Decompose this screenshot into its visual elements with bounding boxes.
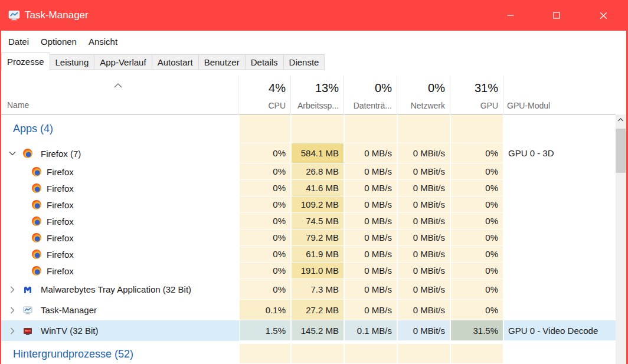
network-cell: 0 MBit/s [398,246,451,263]
menu-item-ansicht[interactable]: Ansicht [83,31,123,53]
process-row[interactable]: Firefox0%74.5 MB0 MB/s0 MBit/s0% [1,213,616,229]
memory-cell: 27.2 MB [292,300,345,320]
chevron-up-icon [617,117,624,122]
tab-details[interactable]: Details [246,54,284,70]
firefox-icon [32,233,41,242]
disk-cell: 0 MB/s [345,263,398,279]
firefox-icon [23,149,32,158]
menu-item-optionen[interactable]: Optionen [35,31,83,53]
process-row[interactable]: WinTVWinTV (32 Bit)1.5%145.2 MB0.1 MB/s0… [1,320,616,341]
memory-cell: 145.2 MB [292,320,345,341]
name-cell: Firefox [1,213,239,229]
tab-app-verlauf[interactable]: App-Verlauf [94,54,152,70]
gpu-engine-cell [504,196,616,213]
malwarebytes-icon [23,285,32,294]
process-name: Firefox (7) [41,149,81,159]
network-cell: 0 MBit/s [398,320,451,341]
scrollbar-up-button[interactable] [616,114,626,124]
memory-cell: 191.0 MB [292,263,345,279]
process-name: Firefox [47,250,74,260]
column-gpu-percent: 31% [475,81,498,95]
network-cell: 0 MBit/s [398,196,451,213]
sort-ascending-icon[interactable] [113,81,123,88]
gpu-engine-cell [504,229,616,246]
firefox-icon [32,217,41,226]
vertical-scrollbar[interactable] [616,114,626,364]
gpu-engine-cell [504,344,616,364]
process-name: Firefox [47,266,74,276]
expander-right-icon[interactable] [8,285,17,294]
tab-leistung[interactable]: Leistung [50,54,95,70]
process-row[interactable]: Firefox0%61.9 MB0 MB/s0 MBit/s0% [1,246,616,263]
expander-right-icon[interactable] [8,326,17,336]
tab-benutzer[interactable]: Benutzer [199,54,246,70]
column-network-label: Netzwerk [411,101,445,110]
minimize-button[interactable] [497,0,524,31]
gpu-engine-cell [504,163,616,180]
name-cell: Firefox (7) [1,143,239,163]
disk-cell: 0 MB/s [345,180,398,196]
cpu-cell: 0% [239,143,292,163]
network-cell: 0 MBit/s [398,300,451,320]
memory-cell: 26.8 MB [292,163,345,180]
group-header-row[interactable]: Hintergrundprozesse (52) [1,344,616,364]
process-row[interactable]: Firefox (7)0%584.1 MB0 MB/s0 MBit/s0%GPU… [1,143,616,163]
column-gpu-label: GPU [480,101,498,110]
memory-cell: 74.5 MB [292,213,345,229]
name-cell: Firefox [1,246,239,263]
memory-cell [292,114,345,143]
process-row[interactable]: Firefox0%79.2 MB0 MB/s0 MBit/s0% [1,229,616,246]
column-network[interactable]: 0%Netzwerk [397,70,450,114]
gpu-cell: 31.5% [451,320,504,341]
column-disk[interactable]: 0%Datenträ... [344,70,397,114]
task-manager-window: Task-Manager DateiOptionenAnsicht Prozes… [0,0,628,364]
gpu-engine-cell [504,114,616,143]
disk-cell: 0 MB/s [345,196,398,213]
wintv-icon: WinTV [23,326,32,336]
expander-right-icon[interactable] [8,306,17,315]
memory-cell: 61.9 MB [292,246,345,263]
process-table-body: Apps (4)Firefox (7)0%584.1 MB0 MB/s0 MBi… [1,114,616,364]
gpu-cell: 0% [451,143,504,163]
process-row[interactable]: Task-Manager0.1%27.2 MB0 MB/s0 MBit/s0% [1,300,616,320]
expander-down-icon[interactable] [8,149,17,158]
taskmanager-icon [23,306,32,315]
cpu-cell: 0% [239,196,292,213]
maximize-button[interactable] [543,0,570,31]
name-cell: WinTVWinTV (32 Bit) [1,320,239,341]
process-name: WinTV (32 Bit) [41,326,99,336]
group-header-row[interactable]: Apps (4) [1,114,616,143]
cpu-cell: 0% [239,263,292,279]
process-row[interactable]: Firefox0%191.0 MB0 MB/s0 MBit/s0% [1,263,616,279]
process-row[interactable]: Firefox0%26.8 MB0 MB/s0 MBit/s0% [1,163,616,180]
name-cell: Apps (4) [1,114,239,143]
menu-bar: DateiOptionenAnsicht [1,31,627,53]
network-cell: 0 MBit/s [398,143,451,163]
disk-cell: 0 MB/s [345,143,398,163]
gpu-cell: 0% [451,163,504,180]
cpu-cell [239,114,292,143]
cpu-cell [239,344,292,364]
process-row[interactable]: Malwarebytes Tray Application (32 Bit)0%… [1,279,616,300]
name-cell: Firefox [1,163,239,180]
column-gpu-engine[interactable]: GPU-Modul [503,70,616,114]
tab-autostart[interactable]: Autostart [152,54,199,70]
column-gpu[interactable]: 31%GPU [450,70,503,114]
name-cell: Firefox [1,263,239,279]
column-memory[interactable]: 13%Arbeitssp... [290,70,344,114]
tab-prozesse[interactable]: Prozesse [1,53,50,70]
tab-dienste[interactable]: Dienste [284,54,325,70]
disk-cell [345,114,398,143]
process-row[interactable]: Firefox0%109.2 MB0 MB/s0 MBit/s0% [1,196,616,213]
menu-item-datei[interactable]: Datei [2,31,35,53]
gpu-engine-cell: GPU 0 - Video Decode [504,320,616,341]
column-name[interactable]: Name [7,100,29,110]
process-name: Task-Manager [41,305,97,315]
gpu-cell: 0% [451,279,504,300]
close-button[interactable] [590,0,617,31]
process-row[interactable]: Firefox0%41.6 MB0 MB/s0 MBit/s0% [1,180,616,196]
column-cpu[interactable]: 4%CPU [238,70,290,114]
group-label: Hintergrundprozesse (52) [13,348,133,360]
scrollbar-thumb[interactable] [616,129,626,173]
network-cell: 0 MBit/s [398,263,451,279]
